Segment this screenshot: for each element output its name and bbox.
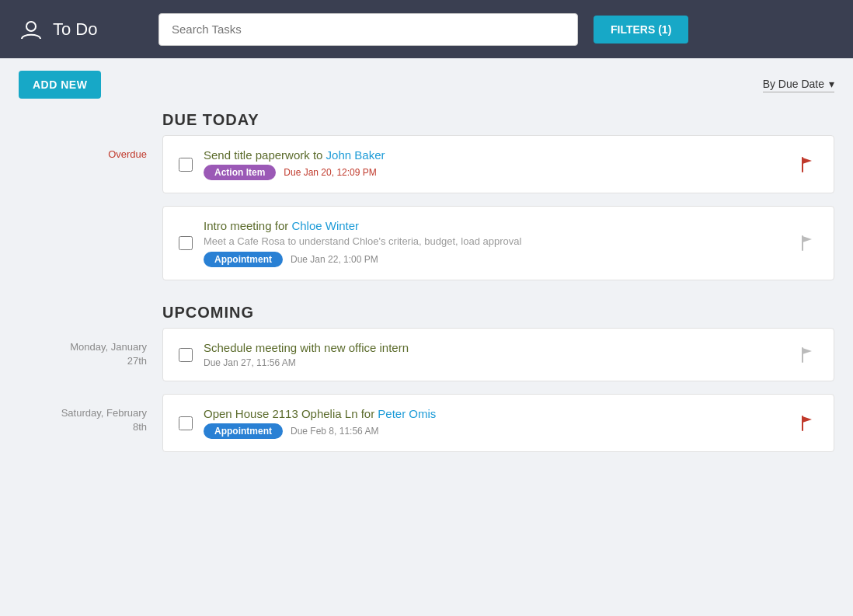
task-title-3: Schedule meeting with new office intern [204,341,785,354]
task-due-1: Due Jan 20, 12:09 PM [284,167,376,178]
flag-icon-4[interactable] [796,415,818,432]
task-due-3: Due Jan 27, 11:56 AM [204,357,296,368]
svg-point-0 [26,22,36,31]
task-tag-1: Action Item [204,165,276,180]
task-title-link-2: Chloe Winter [291,219,359,232]
task-title-link-1: John Baker [326,148,385,162]
search-container [158,13,578,46]
task-subtitle-2: Meet a Cafe Rosa to understand Chloe's c… [204,235,785,247]
task-checkbox-3[interactable] [179,348,193,362]
upcoming-header: UPCOMING [162,304,834,322]
task-title-1: Send title paperwork to John Baker [204,148,785,162]
task-due-4: Due Feb 8, 11:56 AM [291,426,378,437]
task-card-1: Send title paperwork to John Baker Actio… [162,135,834,193]
filters-button[interactable]: FILTERS (1) [594,16,688,44]
task-body-1: Send title paperwork to John Baker Actio… [204,148,785,180]
task-tag-4: Appointment [204,423,283,439]
task-2-date-label [19,206,162,218]
flag-icon-2[interactable] [796,235,818,252]
task-tag-2: Appointment [204,252,283,267]
task-due-2: Due Jan 22, 1:00 PM [291,254,378,265]
task-title-4: Open House 2113 Ophelia Ln for Peter Omi… [204,407,785,420]
task-row-3: Monday, January 27th Schedule meeting wi… [19,328,834,389]
task-card-2: Intro meeting for Chloe Winter Meet a Ca… [162,206,834,280]
task-body-2: Intro meeting for Chloe Winter Meet a Ca… [204,219,785,267]
task-tags-3: Due Jan 27, 11:56 AM [204,357,785,368]
task-title-2: Intro meeting for Chloe Winter [204,219,785,232]
task-row-2: Intro meeting for Chloe Winter Meet a Ca… [19,206,834,288]
task-card-3: Schedule meeting with new office intern … [162,328,834,381]
due-today-header: DUE TODAY [162,111,834,129]
search-input[interactable] [158,13,578,46]
chevron-down-icon: ▾ [829,78,834,90]
task-3-date-label: Monday, January 27th [19,328,162,368]
task-row-1: Overdue Send title paperwork to John Bak… [19,135,834,201]
task-checkbox-1[interactable] [179,158,193,172]
overdue-label: Overdue [19,135,162,162]
flag-icon-3[interactable] [796,346,818,364]
app-header: To Do FILTERS (1) [0,0,853,58]
upcoming-title-row: UPCOMING [19,304,834,322]
user-icon [19,17,44,42]
flag-icon-1[interactable] [796,156,818,173]
due-today-section: DUE TODAY Overdue Send title paperwork t… [19,111,834,288]
page-title: To Do [53,19,97,40]
task-checkbox-4[interactable] [179,416,193,430]
main-content: DUE TODAY Overdue Send title paperwork t… [0,111,853,486]
task-tags-4: Appointment Due Feb 8, 11:56 AM [204,423,785,439]
sort-label: By Due Date [763,78,824,90]
task-row-4: Saturday, February 8th Open House 2113 O… [19,394,834,460]
sort-control[interactable]: By Due Date ▾ [763,78,834,92]
task-body-4: Open House 2113 Ophelia Ln for Peter Omi… [204,407,785,439]
task-body-3: Schedule meeting with new office intern … [204,341,785,368]
header-title-area: To Do [19,17,143,42]
task-tags-2: Appointment Due Jan 22, 1:00 PM [204,252,785,267]
due-today-title-row: DUE TODAY [19,111,834,129]
task-card-4: Open House 2113 Ophelia Ln for Peter Omi… [162,394,834,452]
add-new-button[interactable]: ADD NEW [19,71,101,99]
task-checkbox-2[interactable] [179,236,193,250]
upcoming-section: UPCOMING Monday, January 27th Schedule m… [19,304,834,460]
task-tags-1: Action Item Due Jan 20, 12:09 PM [204,165,785,180]
task-4-date-label: Saturday, February 8th [19,394,162,434]
toolbar: ADD NEW By Due Date ▾ [0,58,853,108]
task-title-link-4: Peter Omis [378,407,436,420]
